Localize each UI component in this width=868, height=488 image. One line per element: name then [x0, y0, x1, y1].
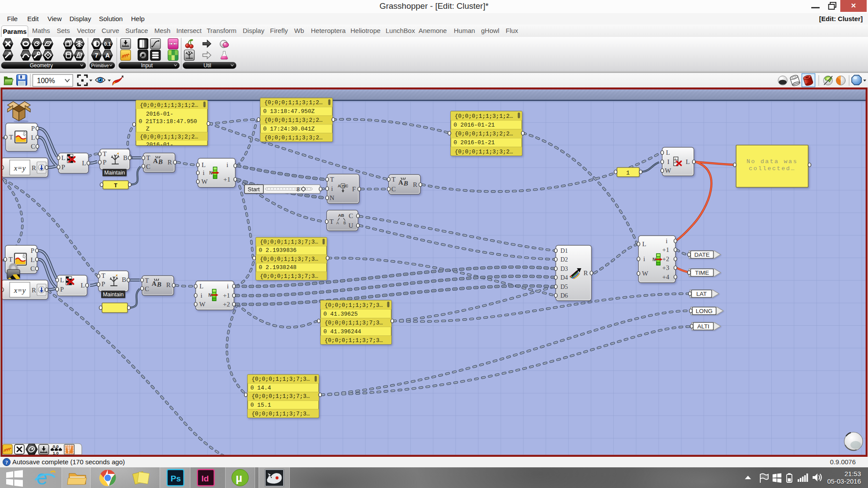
svg-text:1: 1 — [626, 170, 630, 176]
svg-text:{0;0;0;1;1;3;7;3…: {0;0;0;1;1;3;7;3… — [252, 376, 310, 382]
svg-text:T: T — [146, 154, 150, 161]
svg-text:C: C — [145, 285, 149, 292]
svg-text:C: C — [346, 184, 349, 188]
svg-text:P: P — [103, 159, 106, 166]
svg-text:{0;0;0;1;1;3;7;3…: {0;0;0;1;1;3;7;3… — [252, 411, 310, 417]
svg-text:i: i — [666, 237, 667, 244]
svg-text:P: P — [62, 164, 65, 171]
svg-text:Ps: Ps — [171, 474, 181, 483]
svg-text:0 15.1: 0 15.1 — [251, 402, 271, 408]
svg-text:DATE: DATE — [694, 251, 710, 258]
svg-text:{0;0;0;1;1;3;7;3…: {0;0;0;1;1;3;7;3… — [325, 337, 383, 344]
svg-text:Id: Id — [201, 474, 209, 483]
svg-text:Maintain: Maintain — [104, 170, 125, 176]
svg-text:N: N — [330, 194, 335, 201]
svg-text:B: B — [122, 276, 126, 283]
svg-text:{0;0;0;1;1;3;7;3…: {0;0;0;1;1;3;7;3… — [325, 320, 383, 326]
svg-text:R: R — [32, 164, 36, 171]
svg-text:i: i — [226, 161, 228, 168]
svg-text:ALTI: ALTI — [697, 323, 710, 330]
svg-text:D6: D6 — [560, 292, 568, 299]
svg-text:{0;0;0;1;1;3;1;2…: {0;0;0;1;1;3;1;2… — [455, 113, 513, 120]
svg-text:W: W — [665, 167, 671, 174]
svg-text:+1: +1 — [223, 292, 230, 299]
svg-text:P: P — [102, 280, 105, 288]
svg-text:T: T — [8, 256, 12, 263]
svg-text:L: L — [60, 277, 64, 284]
svg-text:R: R — [584, 269, 588, 277]
svg-text:L: L — [666, 149, 670, 156]
svg-text:T: T — [101, 272, 105, 279]
svg-text:?: ? — [5, 459, 8, 466]
svg-text:D2: D2 — [560, 256, 568, 263]
svg-text:1.0: 1.0 — [53, 451, 58, 455]
svg-text:i: i — [643, 255, 645, 262]
svg-text:x=y: x=y — [14, 164, 26, 172]
svg-text:Z: Z — [146, 126, 150, 132]
svg-text:L: L — [686, 158, 689, 165]
svg-text:I: I — [667, 158, 670, 165]
svg-text:Geometry: Geometry — [30, 62, 53, 69]
svg-text:B: B — [403, 180, 408, 187]
svg-text:{0;0;0;1;1;3;7;3…: {0;0;0;1;1;3;7;3… — [325, 302, 383, 309]
svg-text:C: C — [391, 186, 396, 193]
svg-text:D1: D1 — [560, 248, 568, 254]
svg-text:U: U — [349, 222, 354, 229]
svg-text:i: i — [331, 185, 333, 192]
svg-text:+2: +2 — [662, 255, 669, 262]
svg-text:T: T — [145, 277, 149, 284]
svg-text:C: C — [349, 212, 353, 219]
svg-text:{0;0;0;1;1;3;3;2…: {0;0;0;1;1;3;3;2… — [264, 135, 323, 141]
svg-text:R: R — [166, 281, 171, 288]
svg-text:B: B — [123, 154, 128, 161]
svg-text:L: L — [80, 282, 84, 289]
svg-text:L: L — [642, 240, 646, 248]
svg-text:No data was: No data was — [747, 158, 798, 165]
svg-text:Util: Util — [204, 62, 211, 69]
svg-text:D5: D5 — [560, 284, 568, 290]
svg-text:{0;0;0;1;1;3;1;2…: {0;0;0;1;1;3;1;2… — [140, 102, 198, 109]
svg-text:0 2016-01-21: 0 2016-01-21 — [454, 122, 495, 128]
svg-text:{0;0;0;1;1;3;7;3…: {0;0;0;1;1;3;7;3… — [260, 239, 318, 245]
svg-text:+3: +3 — [662, 264, 669, 271]
svg-text:0 2.1939836: 0 2.1939836 — [259, 247, 297, 254]
svg-text:R: R — [413, 181, 417, 188]
svg-text:i: i — [227, 283, 229, 290]
svg-text:LONG: LONG — [696, 308, 712, 314]
svg-text:L: L — [61, 154, 65, 161]
svg-text:TIME: TIME — [695, 269, 709, 276]
svg-text:B: B — [343, 221, 346, 225]
svg-text:W: W — [642, 270, 649, 277]
svg-text:x=y: x=y — [14, 286, 26, 295]
svg-text:100%: 100% — [37, 77, 55, 84]
svg-text:F: F — [352, 186, 356, 193]
svg-text:Maintain: Maintain — [103, 291, 124, 298]
svg-text:collected…: collected… — [749, 165, 795, 172]
svg-text:A: A — [336, 221, 339, 225]
svg-text:LAT: LAT — [697, 291, 707, 297]
svg-text:A: A — [105, 52, 110, 59]
svg-text:T: T — [391, 176, 395, 183]
svg-text:2016-01-: 2016-01- — [146, 111, 173, 117]
svg-text:0 2016-01-21: 0 2016-01-21 — [454, 139, 495, 146]
svg-text:0 21T13:18:47.950: 0 21T13:18:47.950 — [139, 118, 197, 125]
svg-text:Primitive: Primitive — [91, 63, 109, 68]
svg-text:Start: Start — [248, 186, 260, 193]
svg-text:W: W — [199, 301, 206, 308]
svg-text:D4: D4 — [560, 274, 568, 281]
svg-text:D3: D3 — [560, 266, 568, 272]
svg-text:0 41.39625: 0 41.39625 — [324, 311, 358, 317]
svg-text:7: 7 — [95, 52, 98, 59]
svg-text:T: T — [102, 150, 106, 157]
svg-text:0 14.4: 0 14.4 — [251, 385, 271, 391]
svg-text:Input: Input — [141, 62, 153, 69]
svg-text:R: R — [32, 287, 36, 294]
svg-text:A: A — [398, 179, 403, 186]
svg-text:R: R — [168, 159, 172, 166]
svg-text:L: L — [201, 161, 205, 168]
svg-text:P: P — [31, 125, 35, 132]
svg-text:0 41.396244: 0 41.396244 — [324, 328, 361, 335]
svg-text:P: P — [31, 247, 34, 254]
svg-text:C: C — [146, 163, 150, 170]
svg-text:L: L — [30, 256, 34, 263]
